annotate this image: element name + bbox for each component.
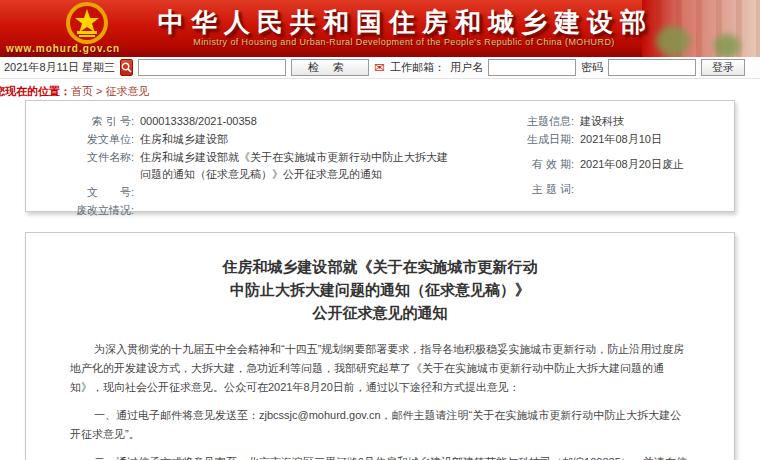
username-label: 用户名 [450, 60, 483, 75]
meta-row-repeal-status: 废改立情况: [60, 202, 500, 219]
meta-row-topic-info: 主题信息: 建设科技 [500, 113, 734, 130]
meta-label: 有 效 期: [500, 156, 574, 173]
breadcrumb-label: 您现在的位置： [0, 85, 71, 97]
search-icon [121, 62, 132, 73]
meta-row-document-number: 文 号: [60, 184, 500, 201]
mail-icon: ✉ [374, 61, 385, 74]
meta-value: 000013338/2021-00358 [134, 113, 257, 130]
meta-row-document-name: 文件名称: 住房和城乡建设部就《关于在实施城市更新行动中防止大拆大建问题的通知（… [60, 149, 500, 183]
breadcrumb-current[interactable]: 征求意见 [106, 85, 150, 97]
meta-value: 住房和城乡建设部就《关于在实施城市更新行动中防止大拆大建问题的通知（征求意见稿）… [134, 149, 454, 183]
meta-label: 索 引 号: [60, 113, 134, 130]
toolbar: 2021年8月11日 星期三 检索 ✉ 工作邮箱：用户名 密码 登录 ⌂ 设为首… [0, 57, 760, 79]
meta-label: 废改立情况: [60, 202, 134, 219]
article-paragraph-mail: 二、通过信函方式将意见寄至：北京市海淀区三里河路9号住房和城乡建设部建筑节能与科… [70, 453, 690, 460]
meta-label: 生成日期: [500, 131, 574, 148]
username-input[interactable] [488, 59, 576, 76]
meta-value [574, 181, 580, 198]
meta-row-keywords: 主 题 词: [500, 181, 734, 198]
password-input[interactable] [608, 59, 696, 76]
meta-row-validity: 有 效 期: 2021年08月20日废止 [500, 156, 734, 173]
article-paragraph-intro: 为深入贯彻党的十九届五中全会精神和“十四五”规划纲要部署要求，指导各地积极稳妥实… [70, 340, 690, 397]
tree-decoration [656, 26, 690, 56]
article-title: 住房和城乡建设部就《关于在实施城市更新行动 中防止大拆大建问题的通知（征求意见稿… [70, 255, 690, 324]
ministry-title: 中华人民共和国住房和城乡建设部 [158, 5, 650, 40]
breadcrumb-home-link[interactable]: 首页 [71, 85, 93, 97]
ministry-subtitle: Ministry of Housing and Urban-Rural Deve… [158, 37, 650, 47]
breadcrumb-separator: > [93, 85, 106, 97]
tree-decoration [714, 34, 740, 57]
search-input[interactable] [138, 59, 286, 76]
breadcrumb: 您现在的位置：首页 > 征求意见 [0, 84, 150, 99]
meta-row-issuing-unit: 发文单位: 住房和城乡建设部 [60, 131, 500, 148]
date-text: 2021年8月11日 星期三 [4, 60, 115, 75]
article-title-line: 住房和城乡建设部就《关于在实施城市更新行动 [70, 255, 690, 278]
meta-label: 文 号: [60, 184, 134, 201]
search-icon-button[interactable] [120, 59, 133, 76]
site-url: www.mohurd.gov.cn [6, 43, 120, 54]
site-header: www.mohurd.gov.cn 中华人民共和国住房和城乡建设部 Minist… [0, 0, 760, 57]
login-button[interactable]: 登录 [701, 59, 745, 76]
meta-row-index-number: 索 引 号: 000013338/2021-00358 [60, 113, 500, 130]
meta-value: 2021年08月10日 [574, 131, 662, 148]
document-metadata-panel: 索 引 号: 000013338/2021-00358 发文单位: 住房和城乡建… [25, 100, 735, 212]
password-label: 密码 [581, 60, 603, 75]
meta-value: 建设科技 [574, 113, 624, 130]
article-paragraph-email: 一、通过电子邮件将意见发送至：zjbcssjc@mohurd.gov.cn，邮件… [70, 406, 690, 444]
article-panel: 住房和城乡建设部就《关于在实施城市更新行动 中防止大拆大建问题的通知（征求意见稿… [25, 232, 735, 460]
meta-value: 2021年08月20日废止 [574, 156, 684, 173]
article-title-line: 公开征求意见的通知 [70, 301, 690, 324]
search-submit-button[interactable]: 检索 [291, 59, 369, 76]
article-body: 为深入贯彻党的十九届五中全会精神和“十四五”规划纲要部署要求，指导各地积极稳妥实… [70, 340, 690, 460]
national-emblem-icon [28, 1, 146, 45]
meta-label: 主题信息: [500, 113, 574, 130]
meta-label: 发文单位: [60, 131, 134, 148]
meta-label: 文件名称: [60, 149, 134, 183]
work-mail-label: 工作邮箱： [390, 60, 445, 75]
meta-value [134, 184, 140, 201]
meta-label: 主 题 词: [500, 181, 574, 198]
article-title-line: 中防止大拆大建问题的通知（征求意见稿）》 [70, 278, 690, 301]
meta-value [134, 202, 140, 219]
meta-row-generate-date: 生成日期: 2021年08月10日 [500, 131, 734, 148]
meta-value: 住房和城乡建设部 [134, 131, 228, 148]
building-photo [642, 0, 760, 57]
